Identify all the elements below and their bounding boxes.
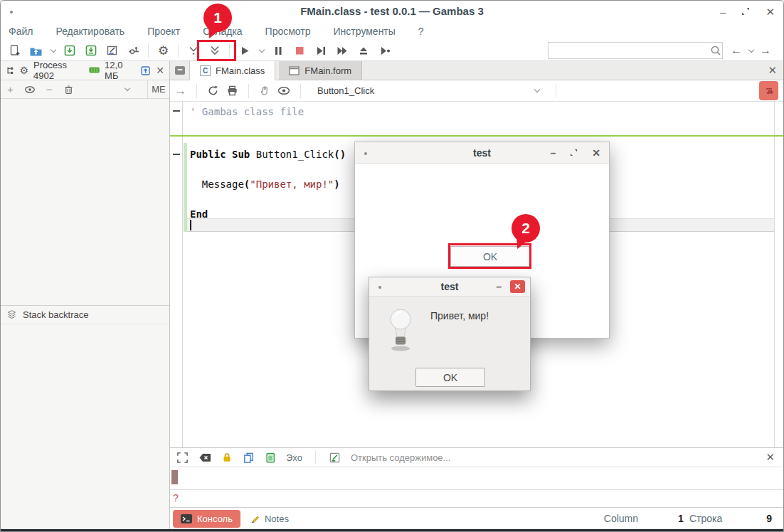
tab-fmain-form[interactable]: FMain.form xyxy=(279,61,362,80)
menubar: Файл Редактировать Проект Отладка Просмо… xyxy=(1,22,783,41)
window-icon xyxy=(364,152,367,155)
file-drawer-button[interactable] xyxy=(170,61,190,80)
annotation-badge-2: 2 xyxy=(512,214,540,243)
reload-icon[interactable] xyxy=(207,85,219,97)
pause-button[interactable] xyxy=(268,42,287,60)
app-window-titlebar[interactable]: test – ✕ xyxy=(355,142,609,164)
dialog-ok-button[interactable]: OK xyxy=(415,368,485,387)
maximize-icon[interactable] xyxy=(570,149,578,156)
forward-button[interactable] xyxy=(332,42,351,60)
prompt-char: ? xyxy=(173,492,179,504)
stack-layers-icon xyxy=(6,309,17,320)
tab-label: FMain.class xyxy=(216,65,265,76)
step-button[interactable] xyxy=(311,42,330,60)
close-icon[interactable]: ✕ xyxy=(592,147,600,159)
function-token: Message xyxy=(190,179,244,190)
save-all-icon xyxy=(85,44,97,57)
tab-fmain-class[interactable]: C FMain.class xyxy=(190,61,275,80)
code-line-end[interactable]: End xyxy=(190,208,208,220)
menu-help[interactable]: ? xyxy=(418,26,424,37)
stack-backtrace-header[interactable]: Stack backtrace xyxy=(1,305,169,324)
editor-scrollbar[interactable] xyxy=(774,102,783,447)
run-button[interactable] xyxy=(235,42,254,60)
properties-button[interactable] xyxy=(124,42,143,60)
copy-icon[interactable] xyxy=(243,452,255,464)
save-button[interactable] xyxy=(60,42,79,60)
annotation-badge-1: 1 xyxy=(203,4,232,32)
maximize-icon[interactable] xyxy=(741,7,750,16)
minimize-icon[interactable]: – xyxy=(550,147,556,159)
add-watch-button[interactable]: + xyxy=(7,83,14,95)
eye-icon[interactable] xyxy=(24,85,36,94)
tab-notes[interactable]: Notes xyxy=(240,514,298,524)
hand-icon[interactable] xyxy=(259,85,270,97)
menu-project[interactable]: Проект xyxy=(147,26,180,37)
open-project-button[interactable] xyxy=(26,42,46,60)
form-file-icon xyxy=(289,66,300,75)
console-output[interactable] xyxy=(170,467,783,490)
console-prompt-row[interactable]: ? xyxy=(170,490,783,508)
dialog-titlebar[interactable]: test – ✕ xyxy=(369,277,530,297)
process-label: Process 4902 xyxy=(33,60,84,81)
dialog-title: test xyxy=(441,281,459,292)
close-tab-icon[interactable]: ✕ xyxy=(768,61,777,80)
run-dropdown[interactable] xyxy=(256,42,266,60)
tab-console[interactable]: Консоль xyxy=(173,510,240,528)
search-icon xyxy=(709,44,722,57)
edit-content-icon[interactable] xyxy=(329,452,341,464)
finish-button[interactable] xyxy=(354,42,373,60)
chevron-down-icon[interactable] xyxy=(125,85,130,91)
new-project-button[interactable] xyxy=(5,42,24,60)
chevron-down-icon[interactable] xyxy=(748,47,754,53)
fold-marker[interactable] xyxy=(173,110,180,112)
save-all-button[interactable] xyxy=(81,42,100,60)
expand-icon[interactable] xyxy=(176,452,189,464)
lock-icon[interactable] xyxy=(221,452,233,463)
console-cursor-block xyxy=(171,470,178,484)
edit-source-button[interactable] xyxy=(102,42,122,60)
search-next-button[interactable]: → xyxy=(760,44,771,57)
minimize-icon[interactable]: – xyxy=(720,6,726,17)
menu-tools[interactable]: Инструменты xyxy=(334,26,396,37)
code-line-message[interactable]: Message("Привет, мир!") xyxy=(190,179,340,190)
titlebar: FMain.class - test 0.0.1 — Gambas 3 – ✕ xyxy=(1,1,783,22)
search-input[interactable] xyxy=(549,43,709,58)
row-value: 9 xyxy=(766,513,772,524)
code-line-comment[interactable]: ' Gambas class file xyxy=(190,106,304,117)
me-button[interactable]: ME xyxy=(147,80,169,99)
procedure-combobox[interactable]: Button1_Click xyxy=(311,83,546,100)
clipboard-icon[interactable] xyxy=(265,452,276,464)
echo-toggle[interactable]: Эхо xyxy=(286,452,302,463)
statusbar: Консоль Notes Column 1 Строка 9 xyxy=(170,508,783,529)
close-process-icon[interactable]: ✕ xyxy=(156,65,164,76)
fold-marker[interactable] xyxy=(173,154,180,155)
gear-icon[interactable]: ⚙ xyxy=(19,65,28,75)
remove-watch-button[interactable]: − xyxy=(46,83,53,95)
print-icon[interactable] xyxy=(226,85,238,97)
compile-button[interactable]: ⚙ xyxy=(154,42,173,60)
memory-icon xyxy=(89,66,100,75)
goto-arrow-icon[interactable]: → xyxy=(175,85,186,97)
stop-button[interactable] xyxy=(290,42,309,60)
console-tab-label: Консоль xyxy=(197,514,233,524)
text-cursor xyxy=(190,220,191,230)
eye-icon[interactable] xyxy=(277,86,290,95)
code-line-sub[interactable]: Public Sub Button1_Click() xyxy=(190,149,346,160)
paren-token: ) xyxy=(334,179,339,190)
clear-icon[interactable] xyxy=(198,452,211,463)
open-content-button[interactable]: Открыть содержимое... xyxy=(351,452,451,463)
word-wrap-button[interactable] xyxy=(759,81,778,100)
hierarchy-icon[interactable] xyxy=(6,65,14,75)
menu-view[interactable]: Просмотр xyxy=(265,26,311,37)
menu-file[interactable]: Файл xyxy=(9,26,33,37)
trash-icon[interactable] xyxy=(63,84,74,95)
minimize-icon[interactable]: – xyxy=(496,281,502,292)
export-icon[interactable] xyxy=(140,65,151,77)
menu-edit[interactable]: Редактировать xyxy=(55,26,125,37)
run-until-button[interactable] xyxy=(375,42,394,60)
open-project-dropdown[interactable] xyxy=(48,42,58,60)
search-prev-button[interactable]: ← xyxy=(731,44,742,57)
close-console-icon[interactable]: ✕ xyxy=(766,451,777,464)
close-icon[interactable]: ✕ xyxy=(510,280,525,293)
close-icon[interactable]: ✕ xyxy=(766,6,775,17)
